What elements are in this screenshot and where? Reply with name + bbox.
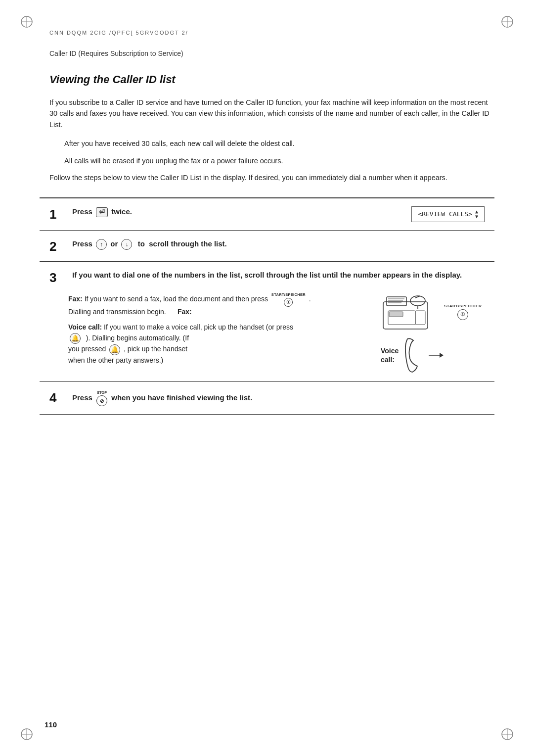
step-2-number: 2 xyxy=(49,239,68,254)
step-3-illustrations: START/SPEICHER ① Voice call: xyxy=(376,292,485,374)
start-speicher-right: START/SPEICHER ① xyxy=(444,304,482,320)
corner-mark-bl xyxy=(20,727,34,741)
follow-text: Follow the steps below to view the Calle… xyxy=(40,172,494,183)
speaker-button-icon[interactable]: 🔔 xyxy=(70,333,81,344)
body-paragraph: If you subscribe to a Caller ID service … xyxy=(40,97,494,130)
step-4-content: Press STOP ⊘ when you have finished view… xyxy=(68,390,485,406)
voice-instructions: Voice call: If you want to make a voice … xyxy=(68,322,376,366)
note2: All calls will be erased if you unplug t… xyxy=(40,155,494,166)
start-speicher-label: START/SPEICHER xyxy=(444,304,482,308)
menu-button-icon[interactable]: ⏎ xyxy=(96,207,108,217)
svg-rect-13 xyxy=(387,297,406,306)
voice-arrow xyxy=(429,350,444,360)
corner-mark-tl xyxy=(20,15,34,29)
step-3-number: 3 xyxy=(49,271,68,285)
step-3-text-col: Fax: If you want to send a fax, load the… xyxy=(68,292,376,374)
steps-container: 1 Press ⏎ twice. <REVIEW CALLS> ▲ ▼ xyxy=(40,197,494,415)
step-1-side: <REVIEW CALLS> ▲ ▼ xyxy=(386,206,485,222)
corner-mark-tr xyxy=(500,15,514,29)
stop-button[interactable]: STOP ⊘ xyxy=(96,390,107,406)
svg-rect-21 xyxy=(415,311,425,325)
fax-machine-illustration xyxy=(381,292,440,331)
header-line: CNN DQQM 2CIG /QPFC[ 5GRVGODGT 2/ xyxy=(40,30,494,36)
page-number: 110 xyxy=(44,720,57,729)
review-calls-display: <REVIEW CALLS> ▲ ▼ xyxy=(411,206,485,222)
call-label-text: call: xyxy=(381,356,395,364)
speaker-button2-icon[interactable]: 🔔 xyxy=(109,344,120,355)
step-4-number: 4 xyxy=(49,391,68,405)
start-speicher-button[interactable]: START/SPEICHER ① xyxy=(271,292,306,307)
voice-label-text: Voice xyxy=(381,347,399,355)
step-3-instruction: If you want to dial one of the numbers i… xyxy=(72,271,462,279)
step-3-details: Fax: If you want to send a fax, load the… xyxy=(49,292,485,374)
start-speicher-circle: ① xyxy=(457,309,468,320)
up-button-icon[interactable]: ↑ xyxy=(96,239,107,250)
step-2: 2 Press ↑ or ↓ to scroll through the lis… xyxy=(40,231,494,262)
step-1-instruction: Press ⏎ twice. xyxy=(72,206,132,218)
subtitle: Caller ID (Requires Subscription to Serv… xyxy=(40,49,494,57)
step-3: 3 If you want to dial one of the numbers… xyxy=(40,262,494,382)
voice-call-label: Voice call: xyxy=(68,323,102,331)
step-1-content: Press ⏎ twice. xyxy=(68,206,386,218)
note1: After you have received 30 calls, each n… xyxy=(40,138,494,149)
fax-label: Fax: xyxy=(68,295,83,303)
phone-handset-illustration xyxy=(402,336,425,374)
step-1: 1 Press ⏎ twice. <REVIEW CALLS> ▲ ▼ xyxy=(40,198,494,231)
step-3-main: If you want to dial one of the numbers i… xyxy=(68,270,485,281)
step-2-content: Press ↑ or ↓ to scroll through the list. xyxy=(68,238,485,250)
voice-call-label-area: Voice call: xyxy=(381,347,399,364)
fax-side-label: Fax: xyxy=(178,308,192,316)
step-4: 4 Press STOP ⊘ when you have finished vi… xyxy=(40,382,494,415)
step-1-number: 1 xyxy=(49,207,68,222)
step-4-instruction: Press STOP ⊘ when you have finished view… xyxy=(72,390,252,406)
fax-instructions: Fax: If you want to send a fax, load the… xyxy=(68,292,376,317)
down-button-icon[interactable]: ↓ xyxy=(121,239,132,250)
svg-point-17 xyxy=(410,296,425,306)
svg-rect-22 xyxy=(389,312,403,317)
fax-machine-area: START/SPEICHER ① xyxy=(381,292,482,331)
header-code: CNN DQQM 2CIG /QPFC[ 5GRVGODGT 2/ xyxy=(49,30,188,36)
section-title: Viewing the Caller ID list xyxy=(40,73,494,86)
page: CNN DQQM 2CIG /QPFC[ 5GRVGODGT 2/ Caller… xyxy=(0,0,534,756)
svg-marker-24 xyxy=(440,353,444,358)
corner-mark-br xyxy=(500,727,514,741)
voice-call-area: Voice call: xyxy=(381,336,444,374)
step-2-instruction: Press ↑ or ↓ to scroll through the list. xyxy=(72,238,227,250)
scroll-arrows: ▲ ▼ xyxy=(475,209,478,219)
